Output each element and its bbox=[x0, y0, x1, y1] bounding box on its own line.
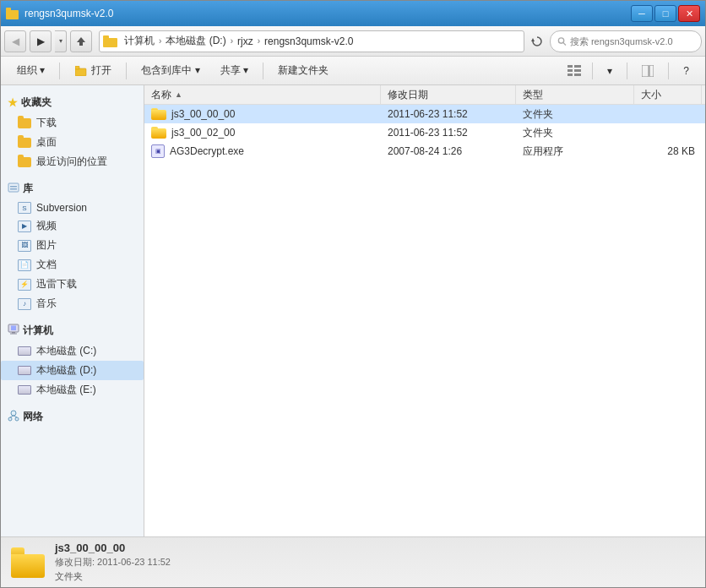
sidebar-computer-header[interactable]: 计算机 bbox=[1, 320, 144, 341]
drive-c-label: 本地磁盘 (C:) bbox=[36, 344, 96, 358]
sidebar-item-drive-c[interactable]: 本地磁盘 (C:) bbox=[1, 341, 144, 361]
title-controls: ─ □ ✕ bbox=[631, 5, 700, 22]
svg-marker-6 bbox=[531, 38, 535, 41]
view-toggle-button[interactable] bbox=[562, 60, 587, 82]
title-bar: rengsn3qumsk-v2.0 ─ □ ✕ bbox=[1, 1, 705, 26]
search-bar[interactable] bbox=[550, 30, 702, 52]
sidebar-network-header[interactable]: 网络 bbox=[1, 406, 144, 427]
forward-button[interactable]: ▶ bbox=[30, 30, 52, 52]
thunder-label: 迅雷下载 bbox=[36, 277, 77, 291]
title-bar-left: rengsn3qumsk-v2.0 bbox=[6, 8, 113, 19]
col-header-name[interactable]: 名称 ▲ bbox=[144, 85, 381, 104]
status-info: js3_00_00_00 修改日期: 2011-06-23 11:52 文件夹 bbox=[55, 542, 171, 583]
svg-rect-17 bbox=[642, 65, 649, 77]
crumb-drive[interactable]: 本地磁盘 (D:) bbox=[163, 33, 228, 49]
sidebar-item-desktop[interactable]: 桌面 bbox=[1, 133, 144, 152]
sidebar-item-drive-e[interactable]: 本地磁盘 (E:) bbox=[1, 380, 144, 400]
svg-rect-21 bbox=[10, 188, 17, 190]
main-area: ★ 收藏夹 下载 桌面 bbox=[1, 85, 705, 536]
file-name-cell: js3_00_02_00 bbox=[144, 123, 381, 142]
refresh-button[interactable] bbox=[528, 30, 546, 52]
address-bar[interactable]: 计算机 › 本地磁盘 (D:) › rjxz › rengsn3qumsk-v2… bbox=[99, 30, 524, 52]
crumb-computer[interactable]: 计算机 bbox=[122, 33, 157, 49]
recent-label: 最近访问的位置 bbox=[36, 155, 107, 169]
status-bar: js3_00_00_00 修改日期: 2011-06-23 11:52 文件夹 bbox=[1, 536, 705, 587]
sidebar-item-downloads[interactable]: 下载 bbox=[1, 113, 144, 133]
sidebar-favorites-header[interactable]: ★ 收藏夹 bbox=[1, 92, 144, 113]
minimize-button[interactable]: ─ bbox=[631, 5, 653, 22]
sidebar-item-recent[interactable]: 最近访问的位置 bbox=[1, 152, 144, 172]
svg-rect-14 bbox=[574, 69, 581, 72]
svg-rect-24 bbox=[12, 332, 15, 334]
sort-arrow: ▲ bbox=[175, 90, 182, 99]
svg-rect-25 bbox=[10, 334, 17, 335]
col-header-date[interactable]: 修改日期 bbox=[381, 85, 516, 104]
svg-line-29 bbox=[10, 416, 14, 417]
file-type-cell: 应用程序 bbox=[516, 142, 634, 161]
docs-label: 文档 bbox=[36, 258, 57, 272]
svg-line-30 bbox=[14, 416, 17, 417]
recent-folder-icon bbox=[18, 157, 31, 167]
file-date-cell: 2011-06-23 11:52 bbox=[381, 123, 516, 142]
window-title: rengsn3qumsk-v2.0 bbox=[24, 8, 113, 19]
share-button[interactable]: 共享 ▾ bbox=[211, 60, 258, 82]
music-label: 音乐 bbox=[36, 297, 57, 311]
sidebar-item-subversion[interactable]: S Subversion bbox=[1, 199, 144, 216]
svg-rect-10 bbox=[75, 66, 79, 69]
drive-d-icon bbox=[18, 366, 31, 375]
svg-rect-11 bbox=[568, 65, 573, 68]
table-row[interactable]: ▣ AG3Decrypt.exe 2007-08-24 1:26 应用程序 28… bbox=[144, 142, 705, 161]
search-input[interactable] bbox=[570, 36, 694, 46]
toolbar-separator-5 bbox=[627, 63, 627, 79]
nav-bar: ◀ ▶ ▾ 计算机 › 本地磁盘 (D:) › rjxz › rengsn3qu… bbox=[1, 26, 705, 57]
music-icon: ♪ bbox=[18, 298, 31, 310]
svg-rect-3 bbox=[79, 42, 83, 46]
network-label: 网络 bbox=[23, 410, 43, 424]
maximize-button[interactable]: □ bbox=[654, 5, 676, 22]
help-button[interactable]: ? bbox=[674, 60, 698, 82]
view-controls: ▾ ? bbox=[562, 60, 698, 82]
file-list: js3_00_00_00 2011-06-23 11:52 文件夹 bbox=[144, 105, 705, 536]
close-button[interactable]: ✕ bbox=[678, 5, 700, 22]
table-row[interactable]: js3_00_02_00 2011-06-23 11:52 文件夹 bbox=[144, 123, 705, 142]
sidebar-item-thunder[interactable]: ⚡ 迅雷下载 bbox=[1, 275, 144, 294]
svg-point-27 bbox=[8, 417, 12, 421]
back-button[interactable]: ◀ bbox=[4, 30, 26, 52]
svg-rect-19 bbox=[8, 183, 19, 192]
svg-point-28 bbox=[15, 417, 19, 421]
nav-dropdown[interactable]: ▾ bbox=[55, 30, 67, 52]
sidebar-item-video[interactable]: ▶ 视频 bbox=[1, 216, 144, 236]
breadcrumb: 计算机 › 本地磁盘 (D:) › rjxz › rengsn3qumsk-v2… bbox=[122, 33, 356, 49]
svg-rect-16 bbox=[574, 74, 581, 76]
up-button[interactable] bbox=[70, 30, 92, 52]
drive-c-icon bbox=[18, 346, 31, 356]
organize-button[interactable]: 组织 ▾ bbox=[8, 60, 54, 82]
sidebar-item-docs[interactable]: 📄 文档 bbox=[1, 255, 144, 275]
images-label: 图片 bbox=[36, 238, 57, 253]
preview-icon bbox=[642, 65, 654, 77]
sidebar-item-drive-d[interactable]: 本地磁盘 (D:) bbox=[1, 361, 144, 380]
open-button[interactable]: 打开 bbox=[65, 60, 121, 82]
sidebar-item-images[interactable]: 🖼 图片 bbox=[1, 236, 144, 255]
sidebar: ★ 收藏夹 下载 桌面 bbox=[1, 85, 144, 536]
sidebar-library-header[interactable]: 库 bbox=[1, 178, 144, 199]
crumb-rjxz[interactable]: rjxz bbox=[235, 35, 256, 48]
exe-icon: ▣ bbox=[151, 144, 165, 158]
toolbar-separator-3 bbox=[263, 63, 263, 79]
file-name-cell: js3_00_00_00 bbox=[144, 105, 381, 123]
explorer-window: rengsn3qumsk-v2.0 ─ □ ✕ ◀ ▶ ▾ 计算机 › bbox=[0, 0, 706, 588]
desktop-folder-icon bbox=[18, 138, 31, 148]
svg-rect-0 bbox=[6, 10, 19, 19]
file-size-cell bbox=[634, 123, 702, 142]
col-header-size[interactable]: 大小 bbox=[634, 85, 702, 104]
svg-marker-2 bbox=[77, 37, 85, 42]
sidebar-item-music[interactable]: ♪ 音乐 bbox=[1, 294, 144, 313]
downloads-folder-icon bbox=[18, 118, 31, 128]
table-row[interactable]: js3_00_00_00 2011-06-23 11:52 文件夹 bbox=[144, 105, 705, 123]
new-folder-button[interactable]: 新建文件夹 bbox=[269, 60, 338, 82]
col-header-type[interactable]: 类型 bbox=[516, 85, 634, 104]
crumb-current[interactable]: rengsn3qumsk-v2.0 bbox=[262, 35, 356, 48]
include-library-button[interactable]: 包含到库中 ▾ bbox=[132, 60, 209, 82]
view-dropdown-button[interactable]: ▾ bbox=[598, 60, 622, 82]
preview-pane-button[interactable] bbox=[633, 60, 663, 82]
